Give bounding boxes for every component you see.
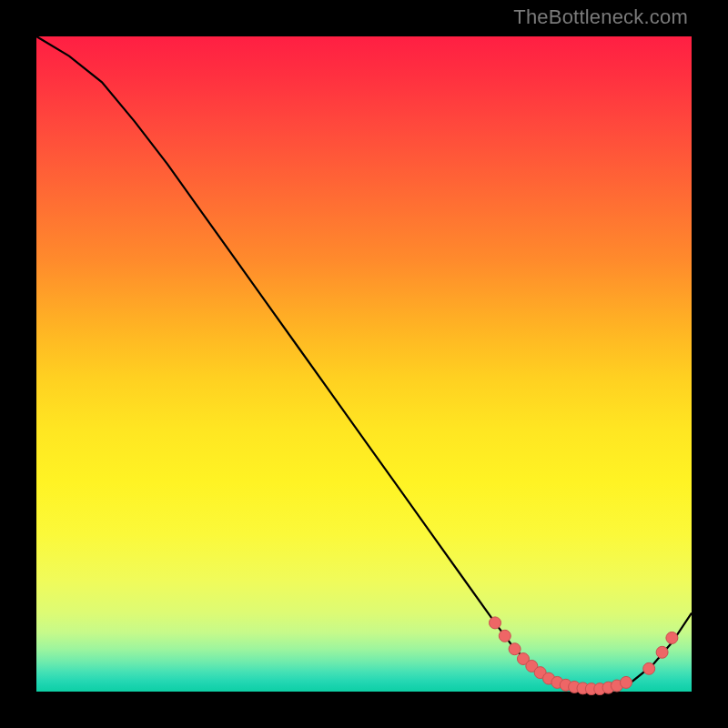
curve-marker: [643, 662, 655, 674]
curve-marker: [490, 617, 501, 629]
curve-marker: [656, 646, 668, 658]
plot-area: [36, 36, 692, 692]
curve-marker: [499, 630, 511, 642]
curve-markers: [490, 617, 678, 695]
curve-marker: [621, 676, 632, 688]
watermark-label: TheBottleneck.com: [513, 5, 688, 29]
curve-marker: [666, 632, 678, 643]
bottleneck-curve: [36, 36, 692, 689]
curve-marker: [509, 643, 521, 655]
chart-frame: TheBottleneck.com: [0, 0, 728, 728]
curve-layer: [36, 36, 692, 692]
